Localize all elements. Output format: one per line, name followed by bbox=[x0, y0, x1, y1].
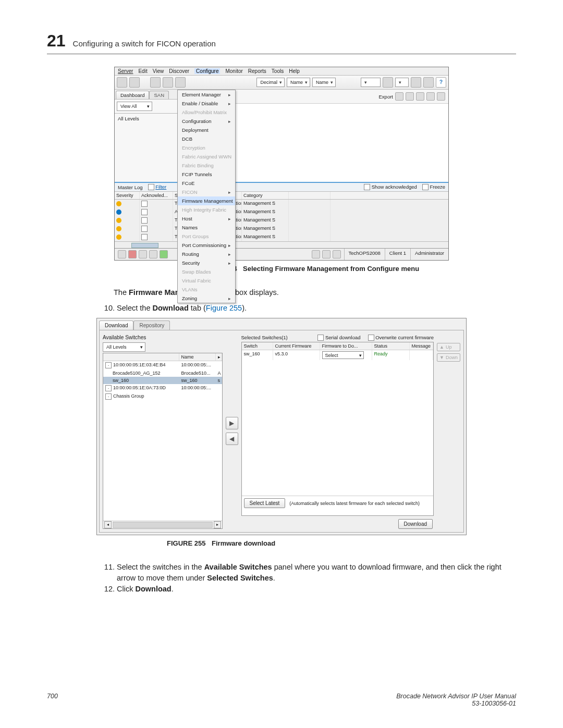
menu-item-names[interactable]: Names bbox=[178, 223, 235, 232]
overwrite-checkbox[interactable] bbox=[368, 335, 374, 341]
view-all-row: View All▾ bbox=[115, 100, 177, 114]
name-dropdown-1[interactable]: Name bbox=[287, 78, 310, 87]
view-all-dropdown[interactable]: View All▾ bbox=[117, 102, 152, 111]
toolbar-icon[interactable] bbox=[129, 77, 140, 88]
toolbar-icon[interactable] bbox=[150, 77, 161, 88]
toolbar-icon[interactable] bbox=[423, 77, 434, 88]
tab-download[interactable]: Download bbox=[99, 320, 133, 330]
chapter-title: Configuring a switch for FICON operation bbox=[73, 39, 216, 48]
warning-icon bbox=[116, 201, 121, 206]
toolbar-icon[interactable] bbox=[163, 77, 173, 88]
status-icon bbox=[322, 250, 331, 258]
menu-monitor[interactable]: Monitor bbox=[225, 68, 242, 74]
down-button[interactable]: ▼ Down bbox=[437, 353, 460, 362]
toolbar-dd-small[interactable] bbox=[395, 78, 409, 87]
log-row[interactable]: TechOPS2008 10.25.224.20 Application Eve… bbox=[115, 233, 448, 241]
layout-icon[interactable] bbox=[416, 92, 424, 101]
move-right-button[interactable]: ▶ bbox=[226, 417, 238, 429]
filter-link[interactable]: Filter bbox=[155, 184, 166, 190]
log-row[interactable]: Te 224.20 Application Event Management S bbox=[115, 225, 448, 233]
available-row[interactable]: Brocade5100_AG_152 Brocade510... A bbox=[103, 369, 222, 377]
figure-255-screenshot: Download Repository Available Switches A… bbox=[96, 318, 467, 535]
zoom-out-icon[interactable] bbox=[406, 92, 414, 101]
tab-san[interactable]: SAN bbox=[149, 91, 169, 99]
selected-head: Switch Current Firmware Firmware to Do..… bbox=[242, 342, 434, 350]
menu-item-fcip-tunnels[interactable]: FCIP Tunnels bbox=[178, 170, 235, 179]
toolbar-icon[interactable] bbox=[117, 77, 127, 88]
menu-item-virtual-fabric: Virtual Fabric bbox=[178, 276, 235, 285]
menu-tools[interactable]: Tools bbox=[272, 68, 284, 74]
menu-item-deployment[interactable]: Deployment bbox=[178, 126, 235, 134]
decimal-dropdown[interactable]: Decimal bbox=[256, 78, 285, 87]
menu-item-encryption: Encryption bbox=[178, 143, 235, 152]
zoom-in-icon[interactable] bbox=[395, 92, 403, 101]
menu-item-fcoe[interactable]: FCoE bbox=[178, 179, 235, 188]
step-12: Click Download. bbox=[117, 584, 516, 595]
updown-buttons: ▲ Up ▼ Down bbox=[437, 334, 460, 529]
available-scrollbar[interactable]: ◂ ▸ bbox=[103, 521, 222, 528]
log-columns: Severity Acknowled... So a Address Origi… bbox=[115, 192, 448, 200]
firmware-todo-dropdown[interactable]: Select▾ bbox=[322, 351, 364, 359]
toolbar-dd-small[interactable] bbox=[361, 78, 381, 87]
page-number: 700 bbox=[47, 693, 58, 707]
menu-server[interactable]: Server bbox=[118, 68, 133, 74]
move-left-button[interactable]: ◀ bbox=[226, 433, 238, 445]
chapter-header: 21 Configuring a switch for FICON operat… bbox=[47, 31, 516, 51]
available-row[interactable]: -10:00:00:05:1E:03:4E:B4 10:00:00:05:... bbox=[103, 361, 222, 369]
menu-discover[interactable]: Discover bbox=[169, 68, 189, 74]
select-latest-button[interactable]: Select Latest bbox=[244, 498, 286, 508]
tab-dashboard[interactable]: Dashboard bbox=[116, 91, 149, 99]
menu-item-security[interactable]: Security bbox=[178, 258, 235, 267]
available-row[interactable]: -10:00:00:05:1E:0A:73:0D 10:00:00:05:... bbox=[103, 384, 222, 392]
menu-item-firmware-management[interactable]: Firmware Management bbox=[178, 196, 235, 205]
step-10: Select the Download tab (Figure 255). bbox=[117, 303, 516, 314]
download-button[interactable]: Download bbox=[398, 519, 433, 529]
help-icon[interactable]: ? bbox=[436, 77, 446, 88]
available-row[interactable]: -Chassis Group bbox=[103, 392, 222, 401]
selected-row[interactable]: sw_160 v5.3.0 Select▾ Ready bbox=[242, 350, 434, 360]
figure-255-link[interactable]: Figure 255 bbox=[206, 304, 242, 312]
menu-view[interactable]: View bbox=[153, 68, 164, 74]
view-icon[interactable] bbox=[426, 92, 435, 101]
log-row[interactable]: Ad .5.191 Application Event Management S bbox=[115, 208, 448, 216]
serial-download-checkbox[interactable] bbox=[317, 335, 324, 341]
menu-help[interactable]: Help bbox=[289, 68, 300, 74]
menu-item-port-commissioning[interactable]: Port Commissioning bbox=[178, 241, 235, 250]
available-row-selected[interactable]: sw_160 sw_160 s bbox=[103, 377, 222, 384]
menu-item-routing[interactable]: Routing bbox=[178, 250, 235, 258]
export-label: Export bbox=[379, 94, 393, 100]
menu-edit[interactable]: Edit bbox=[138, 68, 147, 74]
menu-item-configuration[interactable]: Configuration bbox=[178, 117, 235, 126]
step-11: Select the switches in the Available Swi… bbox=[117, 562, 516, 584]
status-icon bbox=[333, 250, 341, 258]
tab-repository[interactable]: Repository bbox=[133, 320, 170, 330]
menu-configure[interactable]: Configure bbox=[194, 68, 220, 74]
log-row[interactable]: Te 224.20 Application Event Management S bbox=[115, 200, 448, 208]
name-dropdown-2[interactable]: Name bbox=[312, 78, 336, 87]
status-icon bbox=[160, 250, 168, 258]
freeze-label: Freeze bbox=[430, 184, 445, 190]
fw-tabs: Download Repository bbox=[99, 320, 464, 330]
up-button[interactable]: ▲ Up bbox=[437, 343, 460, 351]
menu-reports[interactable]: Reports bbox=[248, 68, 266, 74]
left-pane: Dashboard SAN View All▾ All Levels bbox=[115, 90, 178, 182]
log-row[interactable]: Te 224.20 Application Event Management S bbox=[115, 216, 448, 225]
menu-item-dcb[interactable]: DCB bbox=[178, 134, 235, 143]
manual-title: Brocade Network Advisor IP User Manual bbox=[396, 693, 516, 700]
menu-item-enable-disable[interactable]: Enable / Disable bbox=[178, 99, 235, 108]
menu-item-host[interactable]: Host bbox=[178, 214, 235, 223]
horizontal-scrollbar[interactable] bbox=[115, 241, 448, 248]
selected-foot: Select Latest (Automatically selects lat… bbox=[242, 496, 434, 510]
menu-item-port-groups: Port Groups bbox=[178, 232, 235, 241]
menu-item-element-manager[interactable]: Element Manager bbox=[178, 90, 235, 99]
toolbar-icon[interactable] bbox=[383, 77, 393, 88]
configure-dropdown: Element Manager Enable / Disable Allow/P… bbox=[177, 90, 236, 303]
toolbar-icon[interactable] bbox=[175, 77, 186, 88]
status-icon bbox=[128, 250, 137, 258]
toolbar-icon[interactable] bbox=[411, 77, 421, 88]
refresh-icon[interactable] bbox=[437, 92, 445, 101]
available-title: Available Switches bbox=[103, 334, 223, 341]
all-levels-dropdown[interactable]: All Levels▾ bbox=[103, 342, 145, 352]
menu-item-zoning[interactable]: Zoning bbox=[178, 294, 235, 303]
show-ack-label: Show acknowledged bbox=[372, 184, 417, 190]
